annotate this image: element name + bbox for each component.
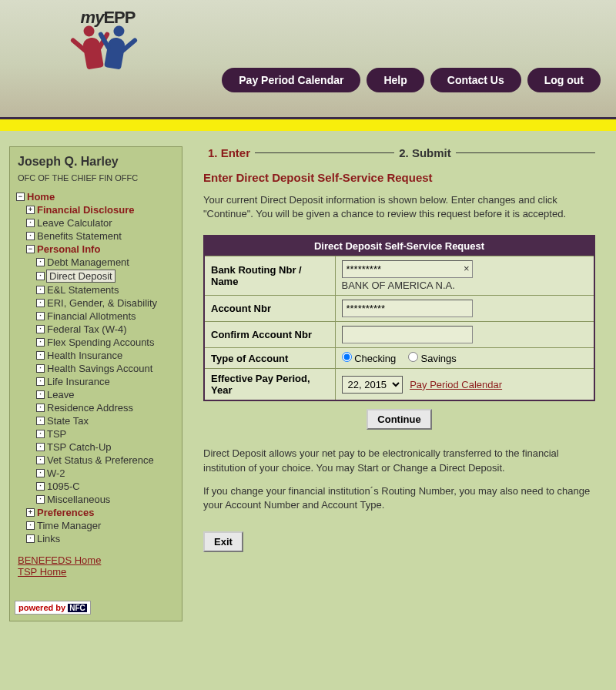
- leaf-icon[interactable]: ·: [26, 232, 35, 240]
- direct-deposit-form: Direct Deposit Self-Service Request Bank…: [203, 235, 595, 401]
- nav-log-out[interactable]: Log out: [527, 68, 601, 92]
- tree-links[interactable]: Links: [37, 533, 60, 544]
- tree-vet-status-preference[interactable]: Vet Status & Preference: [47, 454, 154, 466]
- leaf-icon[interactable]: ·: [36, 482, 45, 491]
- confirm-input[interactable]: [342, 326, 473, 343]
- tree-leave[interactable]: Leave: [47, 389, 74, 400]
- link-tsp[interactable]: TSP Home: [18, 566, 177, 578]
- leaf-icon[interactable]: ·: [36, 312, 45, 320]
- intro-text: Your current Direct Deposit information …: [203, 193, 595, 221]
- account-label: Account Nbr: [204, 296, 335, 322]
- top-nav: Pay Period Calendar Help Contact Us Log …: [222, 68, 601, 92]
- leaf-icon[interactable]: ·: [36, 390, 45, 399]
- info-text-2: If you change your financial institution…: [203, 484, 595, 512]
- form-header: Direct Deposit Self-Service Request: [204, 236, 594, 256]
- figure-blue-icon: [100, 24, 132, 77]
- nav-pay-period-calendar[interactable]: Pay Period Calendar: [222, 68, 360, 92]
- collapse-icon[interactable]: −: [16, 193, 25, 201]
- powered-by-badge: powered by NFC: [15, 601, 91, 615]
- tree-health-insurance[interactable]: Health Insurance: [47, 350, 122, 361]
- leaf-icon[interactable]: ·: [36, 417, 45, 425]
- leaf-icon[interactable]: ·: [36, 286, 45, 294]
- tree-time-manager[interactable]: Time Manager: [37, 520, 101, 531]
- logo: myEPP: [77, 8, 139, 92]
- tree-miscellaneous[interactable]: Miscellaneous: [47, 494, 110, 505]
- tree-financial-disclosure[interactable]: Financial Disclosure: [37, 204, 134, 216]
- nav-contact-us[interactable]: Contact Us: [430, 68, 521, 92]
- leaf-icon[interactable]: ·: [26, 534, 35, 543]
- tree-federal-tax-w-4-[interactable]: Federal Tax (W-4): [47, 323, 127, 335]
- tree-leave-calculator[interactable]: Leave Calculator: [37, 217, 112, 229]
- pay-period-calendar-link[interactable]: Pay Period Calendar: [410, 379, 502, 390]
- tree-w-2[interactable]: W-2: [47, 467, 65, 479]
- expand-icon[interactable]: +: [26, 206, 35, 214]
- nav-help[interactable]: Help: [367, 68, 424, 92]
- step-indicator: 1. Enter 2. Submit: [203, 146, 595, 159]
- tree-1095-c[interactable]: 1095-C: [47, 481, 80, 492]
- main-content: 1. Enter 2. Submit Enter Direct Deposit …: [192, 146, 607, 621]
- tree-direct-deposit[interactable]: Direct Deposit: [46, 270, 116, 283]
- account-input[interactable]: [342, 300, 473, 317]
- leaf-icon[interactable]: ·: [36, 258, 45, 266]
- routing-input[interactable]: [342, 260, 473, 278]
- tree-residence-address[interactable]: Residence Address: [47, 402, 133, 414]
- info-text-1: Direct Deposit allows your net pay to be…: [203, 447, 595, 474]
- tree-flex-spending-accounts[interactable]: Flex Spending Accounts: [47, 337, 154, 348]
- collapse-icon[interactable]: −: [26, 245, 35, 253]
- confirm-label: Confirm Account Nbr: [204, 322, 335, 348]
- leaf-icon[interactable]: ·: [36, 443, 45, 451]
- leaf-icon[interactable]: ·: [36, 338, 45, 347]
- leaf-icon[interactable]: ·: [36, 404, 45, 412]
- tree-health-savings-account[interactable]: Health Savings Account: [47, 363, 152, 374]
- leaf-icon[interactable]: ·: [26, 219, 35, 227]
- link-benefeds[interactable]: BENEFEDS Home: [18, 554, 177, 566]
- leaf-icon[interactable]: ·: [36, 495, 45, 504]
- effective-label: Effective Pay Period, Year: [204, 369, 335, 401]
- tree-eri-gender-disability[interactable]: ERI, Gender, & Disability: [47, 297, 157, 309]
- exit-button[interactable]: Exit: [203, 531, 243, 552]
- leaf-icon[interactable]: ·: [36, 299, 45, 307]
- tree-state-tax[interactable]: State Tax: [47, 415, 89, 427]
- tree-tsp[interactable]: TSP: [47, 428, 66, 440]
- step-1: 1. Enter: [203, 146, 255, 159]
- tree-financial-allotments[interactable]: Financial Allotments: [47, 310, 136, 322]
- leaf-icon[interactable]: ·: [36, 430, 45, 438]
- leaf-icon[interactable]: ·: [36, 364, 45, 373]
- nav-tree: −Home +Financial Disclosure ·Leave Calcu…: [15, 190, 177, 545]
- checking-radio[interactable]: [342, 352, 352, 362]
- tree-preferences[interactable]: Preferences: [37, 507, 94, 518]
- savings-radio[interactable]: [408, 352, 418, 362]
- step-2: 2. Submit: [394, 146, 456, 159]
- user-dept: OFC OF THE CHIEF FIN OFFC: [15, 170, 177, 190]
- tree-life-insurance[interactable]: Life Insurance: [47, 376, 110, 387]
- leaf-icon[interactable]: ·: [36, 377, 45, 386]
- type-label: Type of Account: [204, 348, 335, 369]
- leaf-icon[interactable]: ·: [36, 272, 45, 280]
- page-title: Enter Direct Deposit Self-Service Reques…: [203, 171, 595, 184]
- leaf-icon[interactable]: ·: [36, 351, 45, 360]
- routing-label: Bank Routing Nbr / Name: [204, 256, 335, 296]
- leaf-icon[interactable]: ·: [36, 325, 45, 333]
- bank-name: BANK OF AMERICA N.A.: [342, 280, 588, 291]
- tree-personal-info[interactable]: Personal Info: [37, 243, 100, 255]
- expand-icon[interactable]: +: [26, 508, 35, 517]
- leaf-icon[interactable]: ·: [26, 521, 35, 530]
- tree-tsp-catch-up[interactable]: TSP Catch-Up: [47, 441, 112, 453]
- tree-debt-management[interactable]: Debt Management: [47, 256, 129, 268]
- tree-benefits-statement[interactable]: Benefits Statement: [37, 230, 122, 242]
- tree-e-l-statements[interactable]: E&L Statements: [47, 284, 119, 296]
- effective-select[interactable]: 22, 2015: [342, 376, 403, 394]
- sidebar: Joseph Q. Harley OFC OF THE CHIEF FIN OF…: [9, 146, 182, 621]
- user-name: Joseph Q. Harley: [15, 153, 177, 170]
- clear-icon[interactable]: ×: [464, 263, 470, 274]
- continue-button[interactable]: Continue: [367, 409, 431, 430]
- banner: myEPP Pay Period Calendar Help Contact U…: [0, 0, 616, 119]
- external-links: BENEFEDS Home TSP Home: [15, 554, 177, 578]
- leaf-icon[interactable]: ·: [36, 456, 45, 464]
- leaf-icon[interactable]: ·: [36, 469, 45, 477]
- tree-home[interactable]: Home: [27, 191, 55, 203]
